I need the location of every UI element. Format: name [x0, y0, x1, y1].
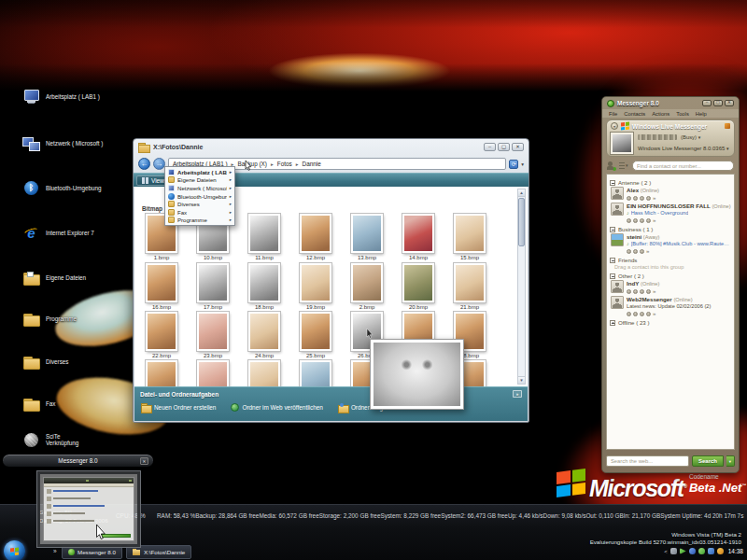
- messenger-title-bar[interactable]: Messenger 8.0 – ▢ ✕: [602, 97, 739, 109]
- collapse-toggle-icon[interactable]: [610, 258, 615, 263]
- menu-item-netzwerk[interactable]: Netzwerk ( Microsoft ) ▸: [166, 184, 233, 192]
- maximize-button[interactable]: ▢: [498, 143, 510, 151]
- minimize-button[interactable]: –: [702, 100, 712, 106]
- group-offline[interactable]: Offline ( 23 ): [610, 319, 731, 326]
- photo-thumbnail[interactable]: [402, 214, 434, 253]
- desktop-icon-bluetooth[interactable]: ᛒ Bluetooth-Umgebung: [22, 177, 102, 198]
- menu-item-programme[interactable]: Programme ▸: [166, 217, 233, 225]
- panel-toggle-icon[interactable]: »: [513, 390, 522, 398]
- collapse-header-button[interactable]: ▾: [611, 122, 618, 130]
- user-avatar[interactable]: [611, 133, 633, 154]
- desktop-icon-internet-explorer[interactable]: e Internet Explorer 7: [22, 222, 94, 243]
- clock[interactable]: 14:38: [728, 548, 743, 554]
- tray-expand-icon[interactable]: <: [664, 549, 668, 554]
- file-item[interactable]: 11.bmp: [243, 214, 286, 261]
- menu-item-eigene-dateien[interactable]: Eigene Dateien ▸: [166, 176, 233, 185]
- maximize-button[interactable]: ▢: [713, 100, 723, 106]
- photo-thumbnail[interactable]: [146, 263, 177, 302]
- file-item[interactable]: 16.bmp: [140, 263, 183, 311]
- explorer-title-bar[interactable]: X:\Fotos\Dannie – ▢ ✕: [134, 139, 529, 155]
- taskbar-button-explorer[interactable]: X:\Fotos\Dannie: [126, 545, 191, 559]
- file-item[interactable]: 18.bmp: [243, 263, 286, 311]
- photo-thumbnail[interactable]: [351, 263, 383, 302]
- taskbar-button-messenger[interactable]: Messenger 8.0: [62, 545, 122, 559]
- photo-thumbnail[interactable]: [197, 312, 229, 351]
- chevron-right-icon[interactable]: ▸: [271, 161, 274, 167]
- desktop-icon-netzwerk[interactable]: Netzwerk ( Microsoft ): [22, 133, 103, 153]
- photo-thumbnail[interactable]: [248, 263, 280, 302]
- menu-contacts[interactable]: Contacts: [624, 111, 645, 117]
- desktop-icon-fax[interactable]: Fax: [22, 393, 56, 413]
- desktop-icon-diverses[interactable]: Diverses: [22, 351, 69, 371]
- collapse-toggle-icon[interactable]: [610, 273, 615, 279]
- group-antenne[interactable]: Antenne ( 2 ): [610, 179, 731, 186]
- find-contact-input[interactable]: [632, 161, 734, 171]
- menu-tools[interactable]: Tools: [676, 111, 689, 117]
- file-item[interactable]: 22.bmp: [140, 312, 183, 359]
- now-playing-link[interactable]: Hass Mich - Overground: [631, 210, 689, 216]
- file-item[interactable]: 20.bmp: [397, 263, 440, 311]
- expand-toggle-icon[interactable]: [610, 320, 615, 326]
- file-item[interactable]: 23.bmp: [191, 312, 234, 359]
- desktop-icon-programme[interactable]: Programme: [22, 308, 77, 329]
- photo-thumbnail[interactable]: [300, 214, 331, 253]
- contact-action-icons[interactable]: »: [627, 288, 659, 294]
- contact-action-icons[interactable]: »: [627, 217, 731, 223]
- breadcrumb-dannie[interactable]: Dannie: [303, 161, 321, 167]
- refresh-icon[interactable]: ⟳: [509, 160, 518, 169]
- photo-thumbnail[interactable]: [300, 263, 331, 302]
- file-item[interactable]: 2.bmp: [345, 263, 388, 311]
- file-item[interactable]: 17.bmp: [191, 263, 234, 311]
- tray-icon-3[interactable]: [689, 548, 696, 554]
- scrollbar-thumb[interactable]: [518, 198, 525, 246]
- close-icon[interactable]: ✕: [140, 457, 148, 465]
- photo-thumbnail[interactable]: [197, 263, 229, 302]
- photo-thumbnail[interactable]: [248, 312, 280, 351]
- file-item[interactable]: 19.bmp: [294, 263, 337, 311]
- desktop-icon-scite[interactable]: SciTe Verknüpfung: [22, 429, 87, 450]
- file-item[interactable]: 14.bmp: [397, 214, 440, 261]
- web-search-input[interactable]: [606, 455, 689, 467]
- collapse-toggle-icon[interactable]: [610, 180, 615, 186]
- file-item[interactable]: 13.bmp: [345, 214, 388, 261]
- group-other[interactable]: Other ( 2 ): [610, 273, 731, 279]
- desktop-icon-arbeitsplatz[interactable]: Arbeitsplatz ( LAB1 ): [22, 86, 100, 106]
- contact-hoffnungsloser-fall[interactable]: EIN HOFFNUNGSLOSER FALL (Online) ♪Hass M…: [611, 203, 731, 223]
- contact-steini[interactable]: steini (Away) ♪[Buffer: 80%] #Musik.Club…: [611, 233, 731, 254]
- search-options-icon[interactable]: ▾: [726, 455, 735, 467]
- collapse-toggle-icon[interactable]: [610, 227, 615, 232]
- tray-icon-1[interactable]: [670, 548, 677, 554]
- file-item[interactable]: 15.bmp: [448, 214, 491, 261]
- breadcrumb-backup[interactable]: Backup (X): [237, 161, 267, 167]
- taskbar-preview-thumbnail[interactable]: [37, 471, 140, 547]
- contact-alex[interactable]: Alex (Online) »: [611, 187, 731, 201]
- contact-web2messenger[interactable]: Web2Messenger (Online) Latest news: Upda…: [611, 296, 731, 316]
- file-item[interactable]: 25.bmp: [294, 312, 337, 359]
- status-dropdown[interactable]: (Busy) ▾: [681, 134, 700, 140]
- add-contact-icon[interactable]: [607, 161, 616, 171]
- group-business[interactable]: Business ( 1 ): [610, 226, 731, 232]
- breadcrumb-fotos[interactable]: Fotos: [277, 161, 292, 167]
- desktop-icon-eigene-dateien[interactable]: Eigene Dateien: [22, 267, 86, 287]
- file-item[interactable]: 12.bmp: [294, 214, 337, 261]
- menu-actions[interactable]: Actions: [652, 111, 669, 117]
- search-button[interactable]: Search: [692, 455, 724, 467]
- photo-thumbnail[interactable]: [248, 214, 280, 253]
- photo-thumbnail[interactable]: [454, 263, 486, 302]
- contact-indy[interactable]: IndY (Online) »: [611, 280, 731, 294]
- menu-file[interactable]: File: [609, 111, 617, 117]
- menu-item-arbeitsplatz[interactable]: Arbeitsplatz ( LAB1 ) ▸: [166, 168, 233, 176]
- close-button[interactable]: ✕: [725, 100, 734, 106]
- chevron-right-icon[interactable]: ▸: [296, 161, 299, 167]
- address-dropdown-icon[interactable]: ▾: [521, 161, 524, 167]
- contact-action-icons[interactable]: »: [627, 195, 659, 201]
- menu-item-bluetooth[interactable]: Bluetooth-Umgebung ▸: [166, 192, 233, 201]
- menu-item-fax[interactable]: Fax ▸: [166, 208, 233, 217]
- version-dropdown[interactable]: Windows Live Messenger 8.0.0365 ▾: [638, 146, 729, 151]
- photo-thumbnail[interactable]: [454, 214, 486, 253]
- menu-help[interactable]: Help: [696, 111, 707, 117]
- toolbar-overflow-icon[interactable]: »: [53, 548, 57, 554]
- scroll-up-icon[interactable]: ▲: [518, 189, 525, 197]
- now-playing-link[interactable]: [Buffer: 80%] #Musik.Club - www.RauteMus…: [631, 241, 731, 246]
- photo-thumbnail[interactable]: [351, 214, 383, 253]
